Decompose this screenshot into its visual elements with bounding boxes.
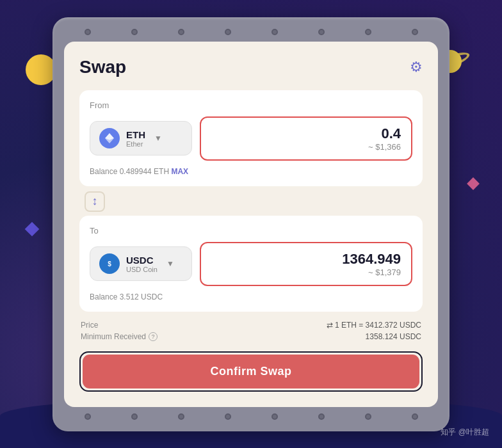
to-amount-box[interactable]: 1364.949 ~ $1,379 — [200, 242, 412, 286]
min-received-value: 1358.124 USDC — [366, 332, 421, 341]
panel-dot — [85, 29, 91, 35]
swap-panel: Swap ⚙ From ETH Ether ▼ 0.4 — [53, 17, 449, 431]
settings-icon[interactable]: ⚙ — [410, 59, 423, 76]
to-label: To — [90, 226, 412, 236]
price-label: Price — [81, 321, 98, 330]
panel-dot — [225, 413, 231, 420]
from-label: From — [90, 100, 412, 110]
panel-dot — [412, 413, 418, 420]
from-token-row: ETH Ether ▼ 0.4 ~ $1,366 — [90, 116, 412, 161]
min-received-info-icon[interactable]: ? — [149, 332, 158, 341]
panel-bottom-dots — [64, 413, 438, 420]
swap-direction-button[interactable]: ↕ — [85, 191, 105, 212]
to-amount-value: 1364.949 — [211, 251, 401, 268]
confirm-button-wrapper: Confirm Swap — [79, 351, 423, 392]
usdc-token-info: USDC USD Coin — [126, 255, 158, 273]
page-title: Swap — [79, 57, 126, 77]
usdc-icon: $ — [99, 253, 120, 274]
panel-dot — [131, 29, 138, 35]
from-token-fullname: Ether — [126, 140, 145, 148]
to-token-chevron[interactable]: ▼ — [166, 259, 174, 268]
swap-arrow-icon: ↕ — [92, 195, 98, 208]
from-token-chevron[interactable]: ▼ — [154, 134, 162, 143]
price-row: Price ⇄ 1 ETH = 3412.372 USDC — [79, 321, 423, 330]
min-received-label: Minimum Received ? — [81, 332, 158, 341]
from-balance-text: Balance 0.489944 ETH — [90, 167, 169, 176]
to-balance-row: Balance 3.512 USDC — [90, 292, 412, 301]
panel-dot — [85, 413, 91, 420]
swap-arrow-container: ↕ — [79, 191, 423, 212]
from-token-selector[interactable]: ETH Ether ▼ — [90, 121, 192, 156]
swap-header: Swap ⚙ — [79, 57, 423, 77]
from-section: From ETH Ether ▼ 0.4 ~ $1,366 — [79, 90, 423, 186]
from-token-name: ETH — [126, 129, 145, 140]
panel-dot — [271, 29, 278, 35]
from-max-button[interactable]: MAX — [171, 167, 188, 176]
panel-dot — [131, 413, 138, 420]
min-received-row: Minimum Received ? 1358.124 USDC — [79, 332, 423, 341]
watermark: 知乎 @叶胜超 — [441, 427, 489, 438]
price-value: ⇄ 1 ETH = 3412.372 USDC — [327, 321, 421, 330]
panel-dot — [225, 29, 231, 35]
to-token-row: $ USDC USD Coin ▼ 1364.949 ~ $1,379 — [90, 242, 412, 286]
panel-dot — [318, 29, 325, 35]
to-token-fullname: USD Coin — [126, 266, 158, 273]
panel-dot — [365, 413, 371, 420]
panel-dot — [178, 29, 184, 35]
panel-dot — [178, 413, 184, 420]
from-balance-row: Balance 0.489944 ETH MAX — [90, 167, 412, 176]
eth-icon — [99, 128, 120, 148]
to-token-name: USDC — [126, 255, 158, 266]
to-token-selector[interactable]: $ USDC USD Coin ▼ — [90, 246, 192, 281]
panel-dot — [365, 29, 371, 35]
from-amount-box[interactable]: 0.4 ~ $1,366 — [200, 116, 412, 161]
to-amount-usd: ~ $1,379 — [211, 268, 401, 277]
panel-inner: Swap ⚙ From ETH Ether ▼ 0.4 — [64, 42, 438, 407]
panel-dot — [318, 413, 325, 420]
planet-yellow — [26, 54, 56, 85]
from-amount-value: 0.4 — [211, 125, 401, 142]
panel-dot — [271, 413, 278, 420]
eth-token-info: ETH Ether — [126, 129, 145, 148]
to-section: To $ USDC USD Coin ▼ 1364.949 ~ $1,379 — [79, 216, 423, 312]
confirm-swap-button[interactable]: Confirm Swap — [83, 355, 419, 388]
to-balance-text: Balance 3.512 USDC — [90, 292, 163, 301]
from-amount-usd: ~ $1,366 — [211, 142, 401, 152]
svg-text:$: $ — [108, 260, 111, 268]
panel-dot — [412, 29, 418, 35]
panel-top-dots — [64, 29, 438, 35]
